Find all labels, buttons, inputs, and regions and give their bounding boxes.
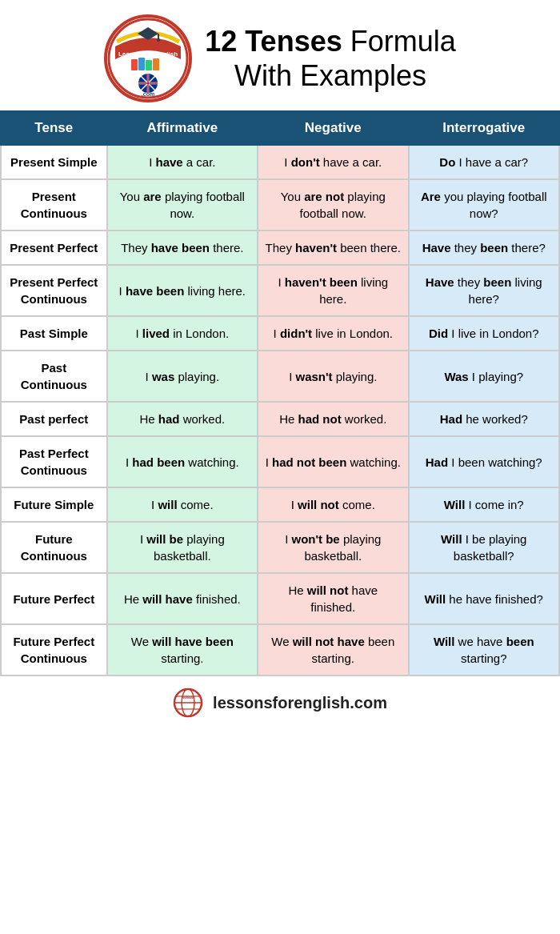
- table-row: Future Perfect ContinuousWe will have be…: [1, 624, 559, 675]
- cell-affirmative: I will come.: [107, 487, 258, 522]
- title-tenses: 12 Tenses: [205, 25, 342, 58]
- title-block: 12 Tenses Formula With Examples: [205, 24, 455, 93]
- cell-affirmative: I have a car.: [107, 145, 258, 179]
- cell-negative: He will not have finished.: [258, 573, 408, 624]
- cell-affirmative: He will have finished.: [107, 573, 258, 624]
- title-line2: With Examples: [205, 58, 455, 93]
- col-header-tense: Tense: [1, 111, 107, 145]
- cell-interrogative: Do I have a car?: [409, 145, 559, 179]
- cell-affirmative: I had been watching.: [107, 436, 258, 487]
- cell-tense: Future Continuous: [1, 522, 107, 573]
- table-row: Present Perfect ContinuousI have been li…: [1, 265, 559, 316]
- cell-interrogative: Will he have finished?: [409, 573, 559, 624]
- svg-rect-6: [138, 58, 145, 70]
- globe-icon: www: [173, 687, 203, 718]
- cell-affirmative: I have been living here.: [107, 265, 258, 316]
- cell-interrogative: Did I live in London?: [409, 316, 559, 351]
- cell-interrogative: Will I be playing basketball?: [409, 522, 559, 573]
- svg-rect-8: [153, 58, 159, 70]
- cell-negative: He had not worked.: [258, 402, 408, 436]
- cell-affirmative: I was playing.: [107, 351, 258, 402]
- table-row: Past ContinuousI was playing.I wasn't pl…: [1, 351, 559, 402]
- col-header-negative: Negative: [258, 111, 408, 145]
- cell-negative: I wasn't playing.: [258, 351, 408, 402]
- col-header-affirmative: Affirmative: [107, 111, 258, 145]
- cell-affirmative: You are playing football now.: [107, 179, 258, 230]
- svg-text:LessonsForEnglish: LessonsForEnglish: [118, 50, 178, 58]
- cell-tense: Present Simple: [1, 145, 107, 179]
- cell-affirmative: They have been there.: [107, 230, 258, 265]
- cell-negative: I won't be playing basketball.: [258, 522, 408, 573]
- table-row: Present SimpleI have a car.I don't have …: [1, 145, 559, 179]
- cell-tense: Present Perfect: [1, 230, 107, 265]
- footer: www lessonsforenglish.com: [0, 676, 560, 729]
- cell-interrogative: Have they been there?: [409, 230, 559, 265]
- table-row: Future PerfectHe will have finished.He w…: [1, 573, 559, 624]
- cell-tense: Past Simple: [1, 316, 107, 351]
- svg-point-4: [157, 38, 160, 42]
- svg-text:.com: .com: [142, 91, 154, 97]
- cell-affirmative: We will have been starting.: [107, 624, 258, 675]
- cell-interrogative: Had I been watching?: [409, 436, 559, 487]
- table-row: Past SimpleI lived in London.I didn't li…: [1, 316, 559, 351]
- table-row: Past Perfect ContinuousI had been watchi…: [1, 436, 559, 487]
- cell-tense: Past Continuous: [1, 351, 107, 402]
- table-row: Present ContinuousYou are playing footba…: [1, 179, 559, 230]
- cell-interrogative: Are you playing football now?: [409, 179, 559, 230]
- cell-interrogative: Will I come in?: [409, 487, 559, 522]
- cell-tense: Past Perfect Continuous: [1, 436, 107, 487]
- logo: LessonsForEnglish .com: [104, 14, 192, 102]
- header: LessonsForEnglish .com 12 Tenses Formula: [0, 0, 560, 110]
- table-row: Present PerfectThey have been there.They…: [1, 230, 559, 265]
- cell-tense: Past perfect: [1, 402, 107, 436]
- cell-negative: They haven't been there.: [258, 230, 408, 265]
- cell-tense: Present Perfect Continuous: [1, 265, 107, 316]
- svg-rect-7: [146, 60, 152, 70]
- cell-interrogative: Will we have been starting?: [409, 624, 559, 675]
- cell-tense: Future Simple: [1, 487, 107, 522]
- title-formula: Formula: [342, 25, 456, 58]
- cell-negative: I didn't live in London.: [258, 316, 408, 351]
- footer-domain: lessonsforenglish.com: [213, 694, 387, 712]
- svg-rect-5: [131, 59, 138, 70]
- cell-tense: Future Perfect: [1, 573, 107, 624]
- cell-negative: You are not playing football now.: [258, 179, 408, 230]
- cell-tense: Present Continuous: [1, 179, 107, 230]
- cell-interrogative: Was I playing?: [409, 351, 559, 402]
- cell-negative: I don't have a car.: [258, 145, 408, 179]
- col-header-interrogative: Interrogative: [409, 111, 559, 145]
- table-row: Past perfectHe had worked.He had not wor…: [1, 402, 559, 436]
- tenses-table: Tense Affirmative Negative Interrogative…: [0, 110, 560, 676]
- cell-interrogative: Had he worked?: [409, 402, 559, 436]
- cell-negative: I will not come.: [258, 487, 408, 522]
- cell-affirmative: He had worked.: [107, 402, 258, 436]
- cell-interrogative: Have they been living here?: [409, 265, 559, 316]
- svg-text:www: www: [182, 695, 194, 699]
- cell-affirmative: I will be playing basketball.: [107, 522, 258, 573]
- table-row: Future ContinuousI will be playing baske…: [1, 522, 559, 573]
- table-row: Future SimpleI will come.I will not come…: [1, 487, 559, 522]
- cell-negative: I haven't been living here.: [258, 265, 408, 316]
- cell-tense: Future Perfect Continuous: [1, 624, 107, 675]
- cell-affirmative: I lived in London.: [107, 316, 258, 351]
- cell-negative: I had not been watching.: [258, 436, 408, 487]
- cell-negative: We will not have been starting.: [258, 624, 408, 675]
